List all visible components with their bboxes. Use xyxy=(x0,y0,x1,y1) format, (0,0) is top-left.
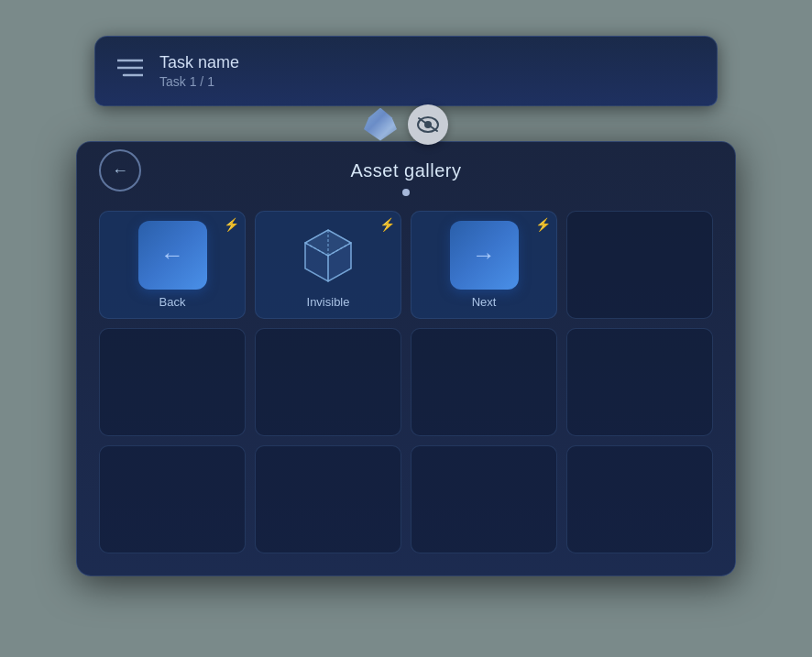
task-name-label: Task name xyxy=(159,53,239,72)
back-arrow-icon: ← xyxy=(160,241,184,269)
back-navigation-button[interactable]: ← xyxy=(99,149,141,192)
asset-item-empty-5 xyxy=(99,328,246,436)
asset-item-empty-11 xyxy=(411,445,557,553)
next-card-icon: → xyxy=(450,221,519,290)
gem-decoration xyxy=(364,108,397,141)
flash-badge-next: ⚡ xyxy=(535,217,551,232)
page-indicator-dot xyxy=(402,189,410,196)
flash-badge-invisible: ⚡ xyxy=(379,217,395,232)
eye-icon xyxy=(417,116,439,133)
asset-item-empty-8 xyxy=(566,328,713,436)
invisible-label: Invisible xyxy=(307,295,350,309)
asset-item-empty-9 xyxy=(99,445,246,553)
back-card-icon: ← xyxy=(138,221,207,290)
back-nav-icon: ← xyxy=(112,161,128,181)
visibility-toggle-button[interactable] xyxy=(408,104,448,145)
asset-item-empty-12 xyxy=(566,445,713,553)
connector-area xyxy=(314,103,498,147)
next-arrow-icon: → xyxy=(472,241,496,269)
svg-line-5 xyxy=(419,118,437,131)
cube-icon xyxy=(296,223,360,287)
task-count-label: Task 1 / 1 xyxy=(159,74,239,89)
back-label: Back xyxy=(159,295,186,309)
asset-item-next[interactable]: ⚡ → Next xyxy=(411,211,557,319)
asset-item-empty-10 xyxy=(255,445,401,553)
gallery-panel: ← Asset gallery ⚡ ← Back ⚡ xyxy=(76,141,736,576)
flash-badge-back: ⚡ xyxy=(224,217,239,232)
asset-item-empty-4 xyxy=(566,211,713,319)
asset-item-empty-7 xyxy=(411,328,557,436)
task-info: Task name Task 1 / 1 xyxy=(159,53,239,89)
asset-item-invisible[interactable]: ⚡ xyxy=(255,211,401,319)
next-label: Next xyxy=(472,295,497,309)
menu-icon[interactable] xyxy=(117,58,143,83)
gallery-header: ← Asset gallery xyxy=(99,160,713,181)
invisible-card-icon xyxy=(294,221,363,290)
asset-grid: ⚡ ← Back ⚡ xyxy=(99,211,713,553)
asset-item-back[interactable]: ⚡ ← Back xyxy=(99,211,246,319)
asset-item-empty-6 xyxy=(255,328,401,436)
task-panel: Task name Task 1 / 1 xyxy=(94,36,718,106)
gallery-title: Asset gallery xyxy=(351,160,462,181)
main-scene: Task name Task 1 / 1 ← Asset gallery xyxy=(58,36,754,622)
